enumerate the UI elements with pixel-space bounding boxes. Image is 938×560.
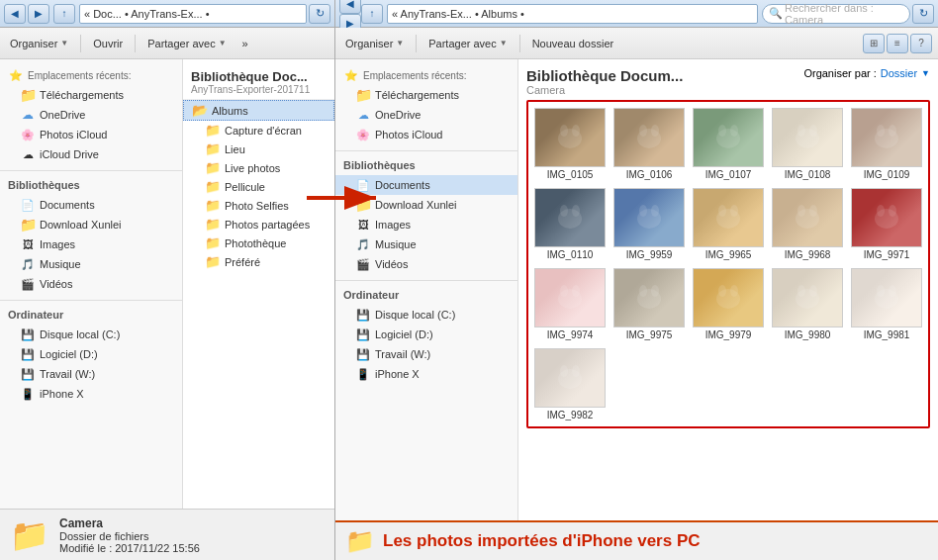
sidebar-item-recent[interactable]: ⭐ Emplacements récents: (0, 65, 182, 85)
left-refresh-button[interactable]: ↻ (309, 4, 330, 24)
tree-item-photothèque[interactable]: 📁Photothèque (183, 233, 334, 252)
sidebar-item-music[interactable]: 🎵 Musique (0, 254, 182, 274)
tree-item-capture-d'écran[interactable]: 📁Capture d'écran (183, 121, 334, 140)
sidebar-item-images[interactable]: 🖼 Images (0, 234, 182, 254)
photo-item-IMG_9981[interactable]: IMG_9981 (851, 268, 922, 340)
organiser-button[interactable]: Organiser ▼ (6, 36, 72, 51)
right-sidebar-item-iphone[interactable]: 📱 iPhone X (335, 364, 517, 384)
right-sidebar-item-downloads[interactable]: 📁 Téléchargements (335, 85, 517, 105)
photo-item-IMG_9965[interactable]: IMG_9965 (693, 188, 764, 260)
folder-icon: 📁 (205, 235, 221, 250)
sidebar-item-iphone[interactable]: 📱 iPhone X (0, 384, 182, 404)
svg-point-12 (797, 125, 805, 137)
disk-icon: 💾 (355, 307, 371, 323)
sidebar-item-disk-c[interactable]: 💾 Disque local (C:) (0, 325, 182, 344)
sidebar-item-disk-w[interactable]: 💾 Travail (W:) (0, 364, 182, 384)
photo-label: IMG_9959 (626, 249, 673, 260)
photo-item-IMG_9968[interactable]: IMG_9968 (772, 188, 843, 260)
right-sidebar-item-icloud-photos[interactable]: 🌸 Photos iCloud (335, 125, 517, 144)
photo-thumb (851, 268, 922, 327)
sidebar-item-label: Vidéos (40, 278, 72, 290)
disk-icon: 💾 (20, 346, 36, 362)
view-list-button[interactable]: ≡ (887, 34, 908, 53)
sidebar-item-icloud-drive[interactable]: ☁ iCloud Drive (0, 144, 182, 164)
sidebar-item-label: Photos iCloud (375, 129, 443, 140)
photo-item-IMG_0109[interactable]: IMG_0109 (851, 108, 922, 180)
sidebar-item-documents[interactable]: 📄 Documents (0, 195, 182, 215)
ouvrir-button[interactable]: Ouvrir (89, 36, 127, 51)
right-sidebar-item-onedrive[interactable]: ☁ OneDrive (335, 105, 517, 125)
tree-item-label: Photo Selfies (225, 200, 289, 212)
tree-item-label: Capture d'écran (225, 125, 302, 137)
svg-point-13 (809, 125, 817, 137)
photo-item-IMG_9974[interactable]: IMG_9974 (534, 268, 606, 340)
tree-item-lieu[interactable]: 📁Lieu (183, 140, 334, 158)
svg-point-36 (639, 285, 647, 297)
right-sidebar-item-disk-c[interactable]: 💾 Disque local (C:) (335, 305, 517, 325)
svg-point-10 (730, 125, 738, 137)
svg-point-25 (730, 205, 738, 217)
more-label: » (242, 38, 248, 49)
sidebar-item-videos[interactable]: 🎬 Vidéos (0, 274, 182, 294)
right-computer-section: 💾 Disque local (C:) 💾 Logiciel (D:) 💾 Tr… (335, 303, 517, 386)
right-header: Bibliothèque Docum... Camera Organiser p… (526, 67, 930, 96)
nouveau-dossier-button[interactable]: Nouveau dossier (528, 36, 618, 51)
tree-item-préféré[interactable]: 📁Préféré (183, 252, 334, 271)
view-help-button[interactable]: ? (910, 34, 932, 53)
tree-item-albums[interactable]: 📂Albums (183, 100, 334, 121)
right-sidebar-item-disk-d[interactable]: 💾 Logiciel (D:) (335, 325, 517, 344)
svg-point-31 (889, 205, 896, 217)
sidebar-item-icloud-photos[interactable]: 🌸 Photos iCloud (0, 125, 182, 144)
sidebar-item-disk-d[interactable]: 💾 Logiciel (D:) (0, 344, 182, 364)
forward-button[interactable]: ▶ (28, 4, 49, 24)
back-button[interactable]: ◀ (4, 4, 26, 24)
photo-item-IMG_0106[interactable]: IMG_0106 (613, 108, 685, 180)
view-grid-button[interactable]: ⊞ (863, 34, 885, 53)
folder-icon: 📁 (205, 160, 221, 175)
right-organiser-label: Organiser (345, 38, 393, 49)
left-main-tree: Bibliothèque Doc... AnyTrans-Exporter-20… (183, 59, 334, 509)
photo-item-IMG_0107[interactable]: IMG_0107 (693, 108, 764, 180)
right-path-bar[interactable]: « AnyTrans-Ex... • Albums • (387, 4, 758, 24)
right-partager-chevron: ▼ (500, 39, 508, 47)
photo-item-IMG_9980[interactable]: IMG_9980 (772, 268, 843, 340)
svg-point-37 (651, 285, 659, 297)
photo-item-IMG_9971[interactable]: IMG_9971 (851, 188, 922, 260)
images-icon: 🖼 (20, 236, 36, 252)
photo-item-IMG_9982[interactable]: IMG_9982 (534, 348, 606, 420)
right-partager-button[interactable]: Partager avec ▼ (424, 36, 511, 51)
left-path-bar[interactable]: « Doc... • AnyTrans-Ex... • (79, 4, 307, 24)
sidebar-item-download-xunlei[interactable]: 📁 Download Xunlei (0, 215, 182, 234)
photo-item-IMG_9975[interactable]: IMG_9975 (613, 268, 685, 340)
computer-header: Ordinateur (0, 305, 182, 323)
right-refresh-button[interactable]: ↻ (912, 4, 934, 24)
sidebar-item-downloads[interactable]: 📁 Téléchargements (0, 85, 182, 105)
search-bar[interactable]: 🔍 Rechercher dans : Camera (762, 4, 910, 24)
partager-button[interactable]: Partager avec ▼ (143, 36, 230, 51)
right-sidebar-item-videos[interactable]: 🎬 Vidéos (335, 254, 517, 274)
up-button[interactable]: ↑ (53, 4, 75, 24)
right-up-button[interactable]: ↑ (361, 4, 383, 24)
right-sidebar-item-recent[interactable]: ⭐ Emplacements récents: (335, 65, 517, 85)
disk-icon: 💾 (355, 327, 371, 342)
right-computer-header: Ordinateur (335, 285, 517, 303)
more-button[interactable]: » (238, 36, 252, 51)
photo-item-IMG_9979[interactable]: IMG_9979 (693, 268, 764, 340)
sidebar-item-onedrive[interactable]: ☁ OneDrive (0, 105, 182, 125)
right-sidebar-item-disk-w[interactable]: 💾 Travail (W:) (335, 344, 517, 364)
svg-point-34 (572, 285, 580, 297)
photo-item-IMG_0105[interactable]: IMG_0105 (534, 108, 606, 180)
organiser-value[interactable]: Dossier (881, 67, 917, 79)
tree-item-live-photos[interactable]: 📁Live photos (183, 158, 334, 177)
right-sidebar-item-music[interactable]: 🎵 Musique (335, 234, 517, 254)
right-back-button[interactable]: ◀ (339, 0, 361, 14)
photo-item-IMG_9959[interactable]: IMG_9959 (613, 188, 685, 260)
photo-item-IMG_0108[interactable]: IMG_0108 (772, 108, 843, 180)
svg-point-46 (889, 285, 896, 297)
svg-point-28 (809, 205, 817, 217)
svg-point-40 (730, 285, 738, 297)
photo-thumb (772, 108, 843, 167)
photo-item-IMG_0110[interactable]: IMG_0110 (534, 188, 606, 260)
folder-icon: 📂 (192, 103, 208, 118)
right-organiser-button[interactable]: Organiser ▼ (341, 36, 408, 51)
